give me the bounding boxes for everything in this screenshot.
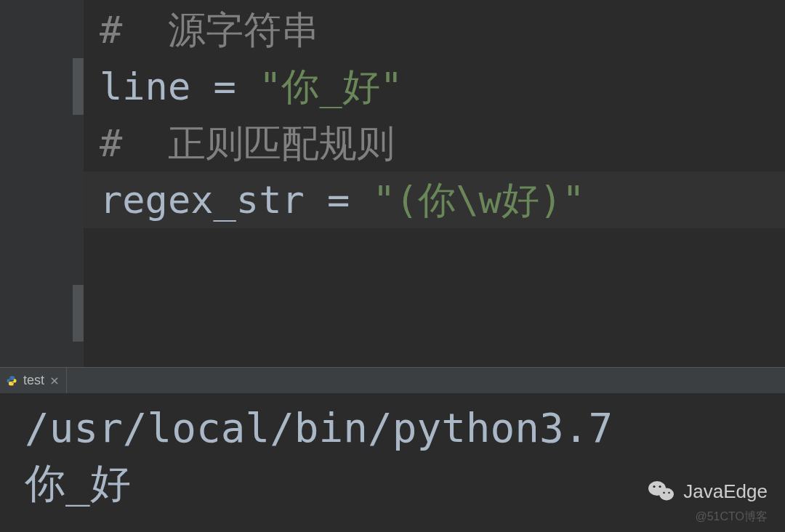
string-literal: "(你\w好)" bbox=[373, 178, 585, 222]
comment-text: # 源字符串 bbox=[100, 8, 319, 52]
string-literal: "你_好" bbox=[259, 65, 403, 108]
svg-point-3 bbox=[659, 485, 661, 488]
run-tab-bar: test bbox=[0, 367, 785, 393]
watermark-wechat-label: JavaEdge bbox=[683, 480, 768, 503]
code-line: # 源字符串 bbox=[84, 1, 785, 58]
watermark-blog: @51CTO博客 bbox=[695, 509, 768, 525]
svg-point-1 bbox=[659, 488, 674, 501]
editor-gutter bbox=[0, 0, 84, 367]
identifier: line bbox=[100, 65, 190, 108]
code-line: # 正则匹配规则 bbox=[84, 115, 785, 172]
python-icon bbox=[6, 375, 17, 387]
console-line: /usr/local/bin/python3.7 bbox=[25, 400, 760, 456]
run-tab-test[interactable]: test bbox=[0, 368, 67, 393]
operator: = bbox=[305, 178, 373, 222]
wechat-icon bbox=[647, 477, 676, 506]
run-tab-label: test bbox=[23, 373, 44, 388]
watermark-wechat: JavaEdge bbox=[647, 477, 768, 506]
svg-point-2 bbox=[653, 485, 656, 488]
close-icon[interactable] bbox=[50, 376, 59, 385]
code-line: line = "你_好" bbox=[84, 58, 785, 115]
code-editor[interactable]: # 源字符串 line = "你_好" # 正则匹配规则 regex_str =… bbox=[0, 0, 785, 367]
operator: = bbox=[190, 65, 259, 108]
run-console[interactable]: /usr/local/bin/python3.7 你_好 bbox=[0, 393, 785, 532]
code-area[interactable]: # 源字符串 line = "你_好" # 正则匹配规则 regex_str =… bbox=[84, 0, 785, 367]
watermark-blog-label: @51CTO博客 bbox=[695, 510, 768, 523]
comment-text: # 正则匹配规则 bbox=[100, 121, 395, 165]
gutter-mark bbox=[73, 285, 84, 342]
identifier: regex_str bbox=[100, 178, 305, 222]
svg-point-5 bbox=[669, 492, 671, 494]
code-line: regex_str = "(你\w好)" bbox=[84, 172, 785, 228]
gutter-mark bbox=[73, 58, 84, 115]
svg-point-4 bbox=[664, 492, 666, 494]
